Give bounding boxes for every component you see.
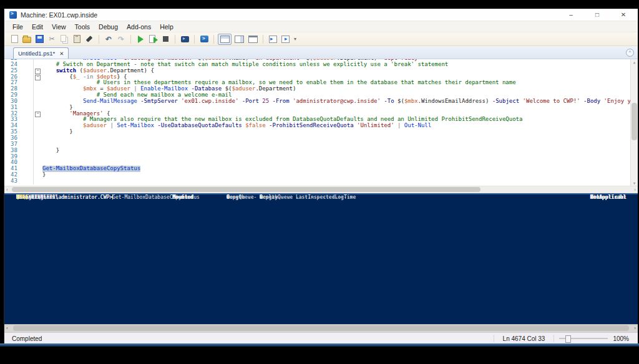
console-text: -------------------- [296,194,356,201]
tab-label: Untitled1.ps1* [18,50,55,57]
undo-icon[interactable] [103,34,114,44]
fold-column [33,148,42,154]
code-segment: ( [76,68,83,74]
code-segment: -Port [238,98,259,104]
editor-line: 27 # Users in these departments require … [4,80,631,86]
code-segment: } [42,172,46,178]
menu-item-debug[interactable]: Debug [94,22,122,31]
new-script-icon[interactable] [9,34,20,44]
fold-column [33,178,42,184]
code-segment: Enable-Mailbox [140,86,188,92]
code-text: } [42,129,631,135]
code-segment: | [130,86,140,92]
redo-icon[interactable] [115,34,127,44]
scroll-up-arrow-icon[interactable]: ▲ [631,60,638,64]
code-segment: $aduser [83,68,107,74]
fold-collapse-icon[interactable]: − [35,69,41,74]
console-scroll-left-arrow-icon[interactable]: ‹ [6,325,8,332]
fold-column [33,172,42,178]
menu-item-edit[interactable]: Edit [27,22,47,31]
zoom-percent: 100% [613,335,633,342]
tab-untitled1[interactable]: Untitled1.ps1* ✕ [13,47,69,59]
scroll-right-arrow-icon[interactable]: › [634,186,636,193]
window-arrow-1-icon[interactable] [267,34,278,44]
paste-icon[interactable] [71,34,82,44]
stop-operation-icon[interactable] [160,34,171,44]
run-selection-icon[interactable] [147,34,159,44]
editor-line: 35 } [4,129,631,135]
window-arrow-2-icon[interactable] [280,34,291,44]
pane-toggle-button[interactable]: ^ [626,49,634,57]
script-editor-pane[interactable]: 23 Write-Host "Creating new mailbox" $($… [4,59,638,186]
status-bar-right: Ln 4674 Col 33 100% [494,333,638,344]
editor-line: 39 [4,154,631,160]
menu-item-addons[interactable]: Add-ons [122,22,155,31]
editor-line: 32− 'Managers' { [4,111,631,117]
layout-script-right-icon[interactable] [233,34,245,44]
copy-icon[interactable] [59,34,70,44]
maximize-button[interactable]: □ [593,11,602,18]
new-remote-powershell-tab-icon[interactable] [179,34,190,44]
editor-line: 29 # Send each new mailbox a welcome e-m… [4,92,631,98]
scroll-down-arrow-icon[interactable]: ▼ [631,181,638,185]
toolbar-separator [130,35,131,44]
close-button[interactable]: ✕ [619,11,628,18]
run-script-icon[interactable] [135,34,146,44]
editor-line: 40 [4,160,631,166]
start-powershell-icon[interactable] [198,34,210,44]
code-segment: "in department" [252,59,303,61]
code-segment: Get-MailboxDatabaseCopyStatus [42,166,140,171]
console-pane[interactable]: [PS]C:\Users\administrator.CWP>Get-Mailb… [4,193,638,324]
editor-hscroll-thumb[interactable] [12,187,480,192]
line-number: 40 [4,160,33,166]
toolbar-separator [263,35,263,44]
console-horizontal-scrollbar[interactable]: ‹ › [4,324,638,332]
code-text: $aduser | Set-Mailbox -UseDatabaseQuotaD… [42,123,631,129]
line-number: 25 [4,68,33,74]
save-icon[interactable] [34,34,45,44]
open-script-icon[interactable] [21,34,32,44]
console-scroll-right-arrow-icon[interactable]: › [634,325,636,332]
clear-console-icon[interactable] [84,34,95,44]
fold-collapse-icon[interactable]: − [35,75,41,80]
minimize-button[interactable]: – [567,11,575,18]
fold-column [33,62,42,68]
scroll-left-arrow-icon[interactable]: ‹ [6,186,8,193]
code-segment: } [42,105,73,110]
tab-close-icon[interactable]: ✕ [59,50,64,57]
console-hscroll-thumb[interactable] [13,325,629,331]
prompt-tag: [PS] [16,194,28,201]
editor-vscroll-thumb[interactable] [632,103,637,140]
editor-line: 33 # Managers also require that the new … [4,117,631,123]
console-text: C:\Users\administrator.CWP> [31,194,112,201]
code-segment: "dept-ready" [381,59,421,61]
zoom-control: 100% [554,335,638,342]
toolbar-overflow-icon[interactable]: ▾ [294,36,296,42]
editor-line: 38 } [4,148,631,154]
editor-line: 36 [4,135,631,141]
code-segment [42,68,56,74]
code-text: } [42,148,631,154]
fold-column [33,154,42,160]
menu-item-file[interactable]: File [8,22,27,31]
layout-script-max-icon[interactable] [246,34,259,44]
fold-column [33,141,42,148]
zoom-slider[interactable] [559,338,608,339]
menu-item-view[interactable]: View [47,22,71,31]
editor-horizontal-scrollbar[interactable]: ‹ › [4,186,638,193]
code-segment: 'Managers' [42,111,104,117]
layout-script-top-icon[interactable] [218,34,232,45]
fold-column [33,135,42,141]
editor-code-lines: 23 Write-Host "Creating new mailbox" $($… [4,59,631,186]
editor-vertical-scrollbar[interactable]: ▲ ▼ [630,59,638,186]
code-segment: # Send each new mailbox a welcome e-mail [42,92,232,98]
cut-icon[interactable] [46,34,57,44]
toolbar-separator [175,35,175,44]
line-number: 37 [4,141,33,148]
menu-item-tools[interactable]: Tools [71,22,95,31]
fold-collapse-icon[interactable]: − [35,112,41,117]
menu-item-help[interactable]: Help [155,22,178,31]
editor-line: 43 [4,178,631,184]
line-number: 33 [4,117,33,123]
zoom-slider-thumb[interactable] [565,335,571,343]
